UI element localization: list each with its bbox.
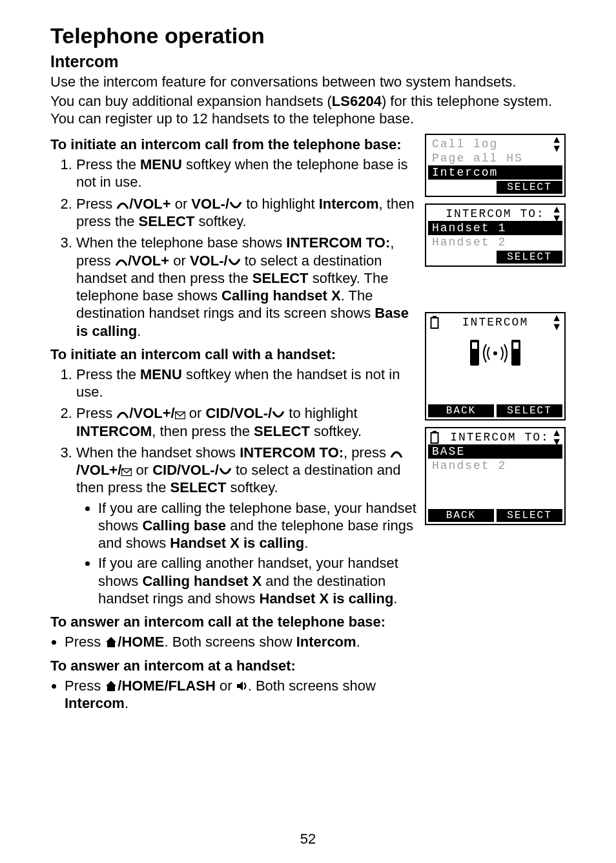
key-volup: VOL+ xyxy=(133,405,170,421)
lcd-line: Handset 2 xyxy=(428,235,562,249)
softkey-right: SELECT xyxy=(497,509,562,522)
text: . Both screens show xyxy=(248,678,376,694)
scroll-indicator-icon: ▲▼ xyxy=(551,313,560,331)
key-home-flash: /HOME/FLASH xyxy=(118,678,216,694)
softkey-left: . xyxy=(428,181,494,194)
with-handset-steps: Press the MENU softkey when the handset … xyxy=(50,366,417,607)
scroll-indicator-icon: ▲▼ xyxy=(551,135,560,153)
left-column: To initiate an intercom call from the te… xyxy=(50,130,417,713)
text: softkey. xyxy=(310,423,362,439)
text: , press xyxy=(344,444,390,461)
lcd-handset-intercom: ▲▼ INTERCOM xyxy=(425,312,566,421)
manual-page: Telephone operation Intercom Use the int… xyxy=(0,0,616,863)
up-arc-icon xyxy=(390,450,403,459)
key-voldown: VOL-/ xyxy=(190,253,228,269)
bullet: Press /HOME. Both screens show Intercom. xyxy=(65,633,417,650)
calling-handset-x: Calling handset X xyxy=(221,287,341,304)
up-arc-icon xyxy=(116,410,129,419)
text: . xyxy=(125,695,128,711)
lcd-softkeys: . SELECT xyxy=(428,251,562,264)
answer-handset-list: Press /HOME/FLASH or . Both screens show… xyxy=(50,677,417,712)
text: or xyxy=(185,405,206,421)
intercom-to-label: INTERCOM TO: xyxy=(286,234,390,251)
softkey-right: SELECT xyxy=(497,404,562,417)
text: , then press the xyxy=(152,423,254,439)
step: Press the MENU softkey when the telephon… xyxy=(76,156,417,191)
key-select: SELECT xyxy=(170,479,227,495)
home-icon xyxy=(105,680,118,692)
text: Press xyxy=(76,196,116,212)
battery-icon xyxy=(430,431,439,446)
text: . xyxy=(137,323,141,339)
softkey-left: BACK xyxy=(428,509,494,522)
intro-p1: Use the intercom feature for conversatio… xyxy=(50,74,566,90)
lcd-title: INTERCOM TO: xyxy=(428,207,562,221)
text: or xyxy=(216,678,236,694)
down-arc-icon xyxy=(229,201,242,210)
up-arc-icon xyxy=(115,258,128,267)
up-arc-icon xyxy=(116,201,129,210)
page-title: Telephone operation xyxy=(50,23,566,48)
content-columns: To initiate an intercom call from the te… xyxy=(50,130,566,713)
step: Press /VOL+ or VOL-/ to highlight Interc… xyxy=(76,195,417,231)
lcd-base-intercom-to: ▲▼ INTERCOM TO: Handset 1 Handset 2 . SE… xyxy=(425,203,566,267)
battery-icon xyxy=(430,316,439,331)
text: . Both screens show xyxy=(164,634,296,650)
down-arc-icon xyxy=(272,410,285,419)
step: When the telephone base shows INTERCOM T… xyxy=(76,234,417,340)
lcd-base-menu: ▲▼ Call log Page all HS Intercom . SELEC… xyxy=(425,134,566,197)
subheading-answer-handset: To answer an intercom at a handset: xyxy=(50,658,417,674)
key-select: SELECT xyxy=(139,213,195,229)
step: When the handset shows INTERCOM TO:, pre… xyxy=(76,444,417,607)
highlight-intercom: Intercom xyxy=(319,196,379,212)
text: to highlight xyxy=(242,196,319,212)
key-volup: VOL+ xyxy=(133,196,170,212)
handsets-signal-icon xyxy=(466,337,524,369)
text: Press the xyxy=(76,366,140,382)
key-volup: VOL+ xyxy=(132,253,169,269)
lcd-softkeys: BACK SELECT xyxy=(428,509,562,522)
home-icon xyxy=(105,636,118,648)
text: softkey. xyxy=(226,479,278,495)
lcd-softkeys: BACK SELECT xyxy=(428,404,562,417)
lcd-line: Call log xyxy=(428,137,562,151)
calling-handset-x: Calling handset X xyxy=(142,573,262,589)
page-number: 52 xyxy=(0,831,616,847)
text: . xyxy=(393,590,397,607)
model-number: LS6204 xyxy=(332,93,382,109)
lcd-title: INTERCOM TO: xyxy=(428,430,562,444)
handset-x-calling: Handset X is calling xyxy=(170,535,304,551)
softkey-right: SELECT xyxy=(497,251,562,264)
scroll-indicator-icon: ▲▼ xyxy=(551,205,560,223)
lcd-line-highlight: BASE xyxy=(428,444,562,459)
bullet: If you are calling another handset, your… xyxy=(98,554,417,607)
text: or xyxy=(132,462,152,478)
subheading-from-base: To initiate an intercom call from the te… xyxy=(50,136,417,153)
lcd-line: Page all HS xyxy=(428,151,562,165)
svg-rect-7 xyxy=(513,342,518,349)
bullet: If you are calling the telephone base, y… xyxy=(98,499,417,552)
key-select: SELECT xyxy=(254,423,310,439)
lcd-softkeys: . SELECT xyxy=(428,181,562,194)
envelope-icon xyxy=(121,468,132,476)
softkey-left: . xyxy=(428,251,494,264)
svg-rect-5 xyxy=(472,342,477,349)
text: Press the xyxy=(76,156,140,172)
key-voldown: VOL-/ xyxy=(191,196,229,212)
lcd-line: Handset 2 xyxy=(428,459,562,473)
key-select: SELECT xyxy=(252,270,309,286)
text: or xyxy=(169,253,190,269)
text: When the handset shows xyxy=(76,444,240,461)
right-column: ▲▼ Call log Page all HS Intercom . SELEC… xyxy=(422,130,566,532)
step: Press /VOL+/ or CID/VOL-/ to highlight I… xyxy=(76,404,417,440)
sub-bullets: If you are calling the telephone base, y… xyxy=(76,499,417,608)
text: . xyxy=(304,535,308,551)
lcd-title: INTERCOM xyxy=(428,315,562,329)
subheading-answer-base: To answer an intercom call at the teleph… xyxy=(50,614,417,630)
highlight-intercom: INTERCOM xyxy=(76,423,152,439)
text: Press xyxy=(65,634,105,650)
intercom-label: Intercom xyxy=(296,634,356,650)
bullet: Press /HOME/FLASH or . Both screens show… xyxy=(65,677,417,712)
text: softkey. xyxy=(194,213,246,229)
svg-point-8 xyxy=(493,351,497,355)
